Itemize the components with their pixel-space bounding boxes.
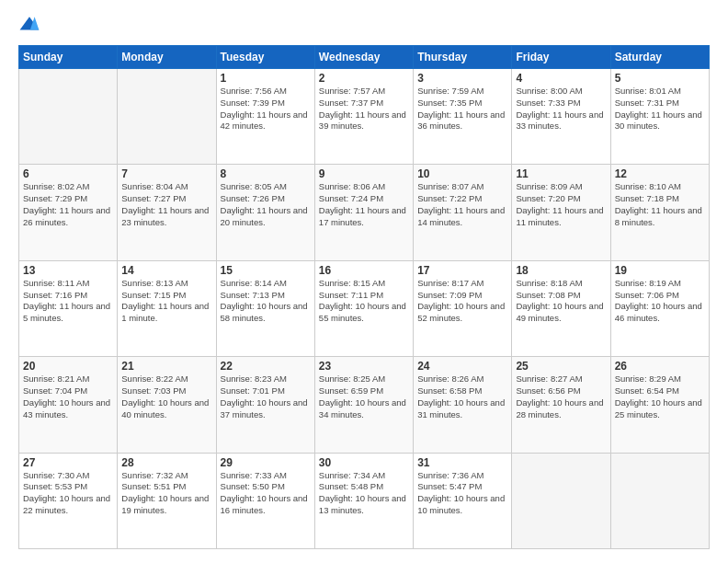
calendar-week-1: 1Sunrise: 7:56 AM Sunset: 7:39 PM Daylig… <box>19 69 710 165</box>
day-number: 1 <box>221 72 311 85</box>
day-detail: Sunrise: 8:00 AM Sunset: 7:33 PM Dayligh… <box>516 86 606 132</box>
calendar-cell: 23Sunrise: 8:25 AM Sunset: 6:59 PM Dayli… <box>314 357 413 453</box>
day-number: 28 <box>121 456 211 469</box>
calendar-table: SundayMondayTuesdayWednesdayThursdayFrid… <box>18 45 710 549</box>
day-number: 8 <box>221 167 311 180</box>
day-detail: Sunrise: 7:36 AM Sunset: 5:47 PM Dayligh… <box>417 470 507 517</box>
day-detail: Sunrise: 8:15 AM Sunset: 7:11 PM Dayligh… <box>319 278 409 325</box>
day-detail: Sunrise: 8:21 AM Sunset: 7:04 PM Dayligh… <box>23 373 113 420</box>
column-header-saturday: Saturday <box>610 46 709 69</box>
calendar-cell: 11Sunrise: 8:09 AM Sunset: 7:20 PM Dayli… <box>512 165 610 260</box>
day-number: 12 <box>615 167 705 180</box>
day-number: 3 <box>417 72 507 85</box>
calendar-cell <box>118 69 216 165</box>
day-detail: Sunrise: 7:34 AM Sunset: 5:48 PM Dayligh… <box>319 470 409 517</box>
day-detail: Sunrise: 8:18 AM Sunset: 7:08 PM Dayligh… <box>516 278 606 325</box>
calendar-cell: 18Sunrise: 8:18 AM Sunset: 7:08 PM Dayli… <box>512 260 610 356</box>
day-detail: Sunrise: 7:59 AM Sunset: 7:35 PM Dayligh… <box>417 86 507 132</box>
calendar-cell: 4Sunrise: 8:00 AM Sunset: 7:33 PM Daylig… <box>512 69 610 165</box>
calendar-week-3: 13Sunrise: 8:11 AM Sunset: 7:16 PM Dayli… <box>19 260 710 356</box>
day-detail: Sunrise: 8:10 AM Sunset: 7:18 PM Dayligh… <box>615 181 705 228</box>
day-detail: Sunrise: 8:05 AM Sunset: 7:26 PM Dayligh… <box>221 181 311 228</box>
day-number: 26 <box>615 360 705 373</box>
column-header-thursday: Thursday <box>414 46 512 69</box>
column-header-monday: Monday <box>118 46 216 69</box>
day-detail: Sunrise: 8:11 AM Sunset: 7:16 PM Dayligh… <box>23 278 113 325</box>
calendar-cell <box>610 453 709 548</box>
calendar-cell: 15Sunrise: 8:14 AM Sunset: 7:13 PM Dayli… <box>216 260 314 356</box>
calendar-cell: 8Sunrise: 8:05 AM Sunset: 7:26 PM Daylig… <box>216 165 314 260</box>
day-detail: Sunrise: 7:57 AM Sunset: 7:37 PM Dayligh… <box>319 86 409 132</box>
day-detail: Sunrise: 7:33 AM Sunset: 5:50 PM Dayligh… <box>221 470 311 517</box>
day-detail: Sunrise: 8:06 AM Sunset: 7:24 PM Dayligh… <box>319 181 409 228</box>
calendar-cell: 14Sunrise: 8:13 AM Sunset: 7:15 PM Dayli… <box>118 260 216 356</box>
calendar-cell: 6Sunrise: 8:02 AM Sunset: 7:29 PM Daylig… <box>19 165 118 260</box>
calendar-cell: 30Sunrise: 7:34 AM Sunset: 5:48 PM Dayli… <box>314 453 413 548</box>
day-number: 23 <box>319 360 409 373</box>
calendar-cell: 3Sunrise: 7:59 AM Sunset: 7:35 PM Daylig… <box>414 69 512 165</box>
day-number: 2 <box>319 72 409 85</box>
day-number: 16 <box>319 264 409 277</box>
calendar-header-row: SundayMondayTuesdayWednesdayThursdayFrid… <box>19 46 710 69</box>
calendar-cell: 22Sunrise: 8:23 AM Sunset: 7:01 PM Dayli… <box>216 357 314 453</box>
day-number: 13 <box>23 264 113 277</box>
day-detail: Sunrise: 8:19 AM Sunset: 7:06 PM Dayligh… <box>615 278 705 325</box>
day-number: 25 <box>516 360 606 373</box>
day-detail: Sunrise: 8:22 AM Sunset: 7:03 PM Dayligh… <box>121 373 211 420</box>
day-detail: Sunrise: 8:02 AM Sunset: 7:29 PM Dayligh… <box>23 181 113 228</box>
calendar-cell: 19Sunrise: 8:19 AM Sunset: 7:06 PM Dayli… <box>610 260 709 356</box>
day-number: 22 <box>221 360 311 373</box>
calendar-cell: 29Sunrise: 7:33 AM Sunset: 5:50 PM Dayli… <box>216 453 314 548</box>
calendar-cell: 10Sunrise: 8:07 AM Sunset: 7:22 PM Dayli… <box>414 165 512 260</box>
day-number: 27 <box>23 456 113 469</box>
day-number: 5 <box>615 72 705 85</box>
day-detail: Sunrise: 8:23 AM Sunset: 7:01 PM Dayligh… <box>221 373 311 420</box>
day-number: 6 <box>23 167 113 180</box>
day-detail: Sunrise: 8:25 AM Sunset: 6:59 PM Dayligh… <box>319 373 409 420</box>
calendar-cell: 9Sunrise: 8:06 AM Sunset: 7:24 PM Daylig… <box>314 165 413 260</box>
day-detail: Sunrise: 8:13 AM Sunset: 7:15 PM Dayligh… <box>121 278 211 325</box>
day-number: 30 <box>319 456 409 469</box>
day-number: 15 <box>221 264 311 277</box>
calendar-cell: 28Sunrise: 7:32 AM Sunset: 5:51 PM Dayli… <box>118 453 216 548</box>
day-number: 19 <box>615 264 705 277</box>
day-detail: Sunrise: 8:01 AM Sunset: 7:31 PM Dayligh… <box>615 86 705 132</box>
logo <box>18 14 44 36</box>
calendar-cell: 26Sunrise: 8:29 AM Sunset: 6:54 PM Dayli… <box>610 357 709 453</box>
day-number: 18 <box>516 264 606 277</box>
calendar-cell: 13Sunrise: 8:11 AM Sunset: 7:16 PM Dayli… <box>19 260 118 356</box>
day-detail: Sunrise: 7:32 AM Sunset: 5:51 PM Dayligh… <box>121 470 211 517</box>
calendar-cell: 16Sunrise: 8:15 AM Sunset: 7:11 PM Dayli… <box>314 260 413 356</box>
day-detail: Sunrise: 7:30 AM Sunset: 5:53 PM Dayligh… <box>23 470 113 517</box>
header <box>18 14 710 36</box>
day-number: 31 <box>417 456 507 469</box>
day-number: 20 <box>23 360 113 373</box>
day-detail: Sunrise: 8:26 AM Sunset: 6:58 PM Dayligh… <box>417 373 507 420</box>
calendar-cell: 25Sunrise: 8:27 AM Sunset: 6:56 PM Dayli… <box>512 357 610 453</box>
column-header-sunday: Sunday <box>19 46 118 69</box>
page: SundayMondayTuesdayWednesdayThursdayFrid… <box>0 0 728 563</box>
calendar-cell: 24Sunrise: 8:26 AM Sunset: 6:58 PM Dayli… <box>414 357 512 453</box>
day-detail: Sunrise: 8:29 AM Sunset: 6:54 PM Dayligh… <box>615 373 705 420</box>
day-detail: Sunrise: 8:04 AM Sunset: 7:27 PM Dayligh… <box>121 181 211 228</box>
day-number: 24 <box>417 360 507 373</box>
calendar-cell: 27Sunrise: 7:30 AM Sunset: 5:53 PM Dayli… <box>19 453 118 548</box>
calendar-cell: 7Sunrise: 8:04 AM Sunset: 7:27 PM Daylig… <box>118 165 216 260</box>
day-number: 14 <box>121 264 211 277</box>
calendar-week-5: 27Sunrise: 7:30 AM Sunset: 5:53 PM Dayli… <box>19 453 710 548</box>
calendar-cell: 12Sunrise: 8:10 AM Sunset: 7:18 PM Dayli… <box>610 165 709 260</box>
day-number: 9 <box>319 167 409 180</box>
day-detail: Sunrise: 8:27 AM Sunset: 6:56 PM Dayligh… <box>516 373 606 420</box>
day-number: 21 <box>121 360 211 373</box>
column-header-wednesday: Wednesday <box>314 46 413 69</box>
day-detail: Sunrise: 7:56 AM Sunset: 7:39 PM Dayligh… <box>221 86 311 132</box>
column-header-tuesday: Tuesday <box>216 46 314 69</box>
calendar-cell: 31Sunrise: 7:36 AM Sunset: 5:47 PM Dayli… <box>414 453 512 548</box>
calendar-week-2: 6Sunrise: 8:02 AM Sunset: 7:29 PM Daylig… <box>19 165 710 260</box>
day-detail: Sunrise: 8:17 AM Sunset: 7:09 PM Dayligh… <box>417 278 507 325</box>
day-number: 17 <box>417 264 507 277</box>
calendar-cell: 1Sunrise: 7:56 AM Sunset: 7:39 PM Daylig… <box>216 69 314 165</box>
calendar-cell <box>512 453 610 548</box>
logo-icon <box>18 14 40 36</box>
day-detail: Sunrise: 8:14 AM Sunset: 7:13 PM Dayligh… <box>221 278 311 325</box>
